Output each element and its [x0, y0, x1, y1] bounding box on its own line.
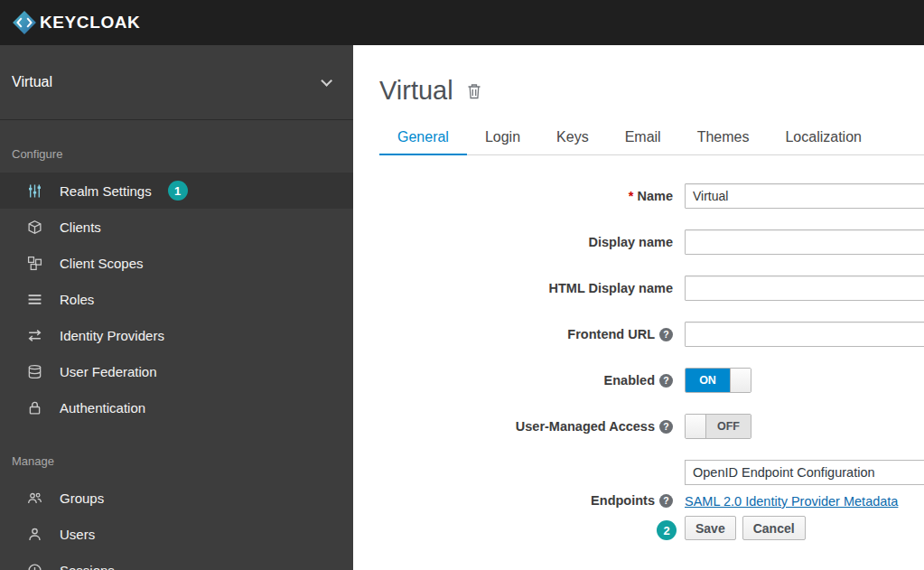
cube-icon — [27, 220, 45, 235]
tab-keys[interactable]: Keys — [538, 120, 607, 154]
sidebar-item-label: Sessions — [60, 563, 115, 570]
form-actions: Save Cancel — [685, 516, 806, 540]
html-display-name-label: HTML Display name — [548, 276, 673, 301]
sidebar-item-sessions[interactable]: Sessions — [0, 552, 353, 570]
form-row-endpoints: Endpoints ? 2 OpenID Endpoint Configurat… — [379, 460, 924, 540]
openid-endpoint-box: OpenID Endpoint Configuration — [685, 460, 924, 485]
name-label: * Name — [629, 183, 673, 209]
sidebar-item-label: User Federation — [60, 364, 157, 379]
user-managed-access-label: User-Managed Access ? — [516, 414, 673, 439]
sidebar-item-label: Realm Settings — [60, 183, 152, 199]
tab-login[interactable]: Login — [467, 120, 538, 154]
sidebar-item-clients[interactable]: Clients — [0, 209, 353, 245]
list-icon — [27, 292, 45, 307]
toggle-handle — [686, 415, 706, 438]
form-row-user-managed-access: User-Managed Access ? OFF — [379, 414, 924, 439]
sidebar-item-label: Roles — [60, 292, 94, 307]
topbar: KEYCLOAK — [0, 0, 924, 45]
tab-bar: General Login Keys Email Themes Localiza… — [379, 120, 924, 155]
sliders-icon — [27, 183, 45, 199]
enabled-label: Enabled ? — [604, 368, 673, 393]
required-asterisk: * — [629, 189, 634, 203]
nav-section-configure: Configure — [0, 120, 353, 173]
user-managed-access-toggle[interactable]: OFF — [685, 414, 751, 439]
name-label-col: * Name — [379, 183, 673, 209]
exchange-arrows-icon — [27, 328, 45, 343]
enabled-toggle[interactable]: ON — [685, 368, 751, 393]
sidebar-item-users[interactable]: Users — [0, 516, 353, 552]
sidebar-item-label: Groups — [60, 491, 104, 506]
sidebar-item-label: Identity Providers — [60, 328, 164, 343]
help-icon[interactable]: ? — [659, 420, 673, 434]
chevron-down-icon — [321, 75, 332, 87]
configure-nav: Realm Settings 1 Clients Client Scopes R… — [0, 173, 353, 425]
sidebar-item-identity-providers[interactable]: Identity Providers — [0, 317, 353, 353]
toggle-off-label: OFF — [706, 415, 751, 438]
sidebar-item-groups[interactable]: Groups — [0, 480, 353, 516]
user-icon — [27, 527, 45, 542]
tab-email[interactable]: Email — [607, 120, 679, 154]
endpoints-label: Endpoints ? — [591, 488, 673, 513]
display-name-input[interactable] — [685, 229, 924, 255]
keycloak-logo[interactable]: KEYCLOAK — [12, 10, 140, 35]
manage-nav: Groups Users Sessions — [0, 480, 353, 570]
annotation-step-1-badge: 1 — [168, 181, 188, 201]
toggle-handle — [730, 369, 751, 392]
database-icon — [27, 364, 45, 379]
tab-localization[interactable]: Localization — [767, 120, 880, 154]
tab-general[interactable]: General — [379, 120, 467, 155]
realm-general-form: * Name Display name HTML Display name — [379, 183, 924, 540]
form-row-frontend-url: Frontend URL ? — [379, 322, 924, 347]
toggle-on-label: ON — [686, 369, 730, 392]
keycloak-brand-text: KEYCLOAK — [40, 13, 140, 33]
nav-section-manage: Manage — [0, 425, 353, 480]
frontend-url-input[interactable] — [685, 322, 924, 347]
trash-icon[interactable] — [467, 83, 481, 99]
keycloak-logo-icon — [12, 10, 37, 35]
sidebar-item-client-scopes[interactable]: Client Scopes — [0, 245, 353, 281]
lock-icon — [27, 400, 45, 416]
cubes-icon — [27, 256, 45, 271]
form-row-enabled: Enabled ? ON — [379, 368, 924, 393]
name-input[interactable] — [685, 183, 924, 209]
saml-metadata-link[interactable]: SAML 2.0 Identity Provider Metadata — [685, 494, 898, 509]
annotation-step-2-badge: 2 — [657, 520, 677, 540]
sidebar-item-label: Client Scopes — [60, 256, 144, 271]
sidebar-item-realm-settings[interactable]: Realm Settings 1 — [0, 173, 353, 209]
sidebar-item-roles[interactable]: Roles — [0, 281, 353, 317]
sidebar-item-user-federation[interactable]: User Federation — [0, 353, 353, 389]
cancel-button[interactable]: Cancel — [742, 516, 806, 540]
save-button[interactable]: Save — [685, 516, 736, 540]
help-icon[interactable]: ? — [659, 374, 673, 388]
help-icon[interactable]: ? — [659, 494, 673, 508]
group-icon — [27, 491, 45, 506]
html-display-name-input[interactable] — [685, 276, 924, 301]
current-realm-name: Virtual — [12, 74, 52, 90]
page-title-row: Virtual — [379, 76, 924, 106]
display-name-label: Display name — [589, 229, 674, 255]
sidebar-item-authentication[interactable]: Authentication — [0, 389, 353, 425]
form-row-html-display-name: HTML Display name — [379, 276, 924, 301]
form-row-name: * Name — [379, 183, 924, 209]
sidebar-item-label: Authentication — [60, 400, 145, 416]
tab-themes[interactable]: Themes — [679, 120, 768, 154]
page-title: Virtual — [379, 76, 453, 106]
realm-selector[interactable]: Virtual — [0, 45, 353, 120]
sidebar-item-label: Clients — [60, 220, 101, 235]
clock-icon — [27, 563, 45, 570]
main-content: Virtual General Login Keys Email Themes … — [353, 45, 924, 570]
help-icon[interactable]: ? — [659, 328, 673, 341]
sidebar: Virtual Configure Realm Settings 1 Clien… — [0, 45, 353, 570]
sidebar-item-label: Users — [60, 527, 95, 542]
form-row-display-name: Display name — [379, 229, 924, 255]
openid-endpoint-link[interactable]: OpenID Endpoint Configuration — [693, 465, 875, 480]
frontend-url-label: Frontend URL ? — [567, 322, 673, 347]
